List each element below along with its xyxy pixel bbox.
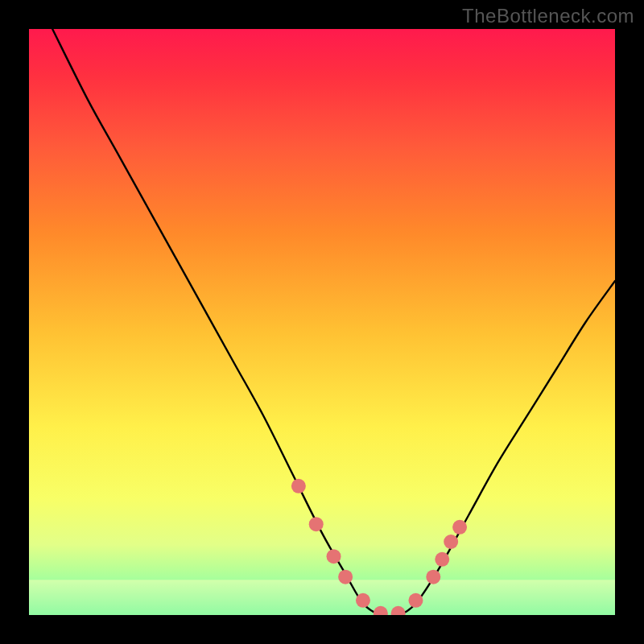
highlight-dot — [327, 549, 341, 564]
plot-area — [29, 29, 615, 615]
highlight-dot — [426, 570, 440, 584]
highlight-dot — [291, 479, 306, 493]
chart-svg — [29, 29, 615, 615]
bottleneck-curve — [52, 29, 615, 615]
highlight-dot — [435, 552, 449, 567]
highlight-dot — [408, 593, 423, 608]
highlight-dot — [452, 520, 467, 535]
highlight-dot — [444, 535, 458, 549]
highlight-dot — [356, 593, 370, 608]
attribution-text: TheBottleneck.com — [462, 5, 634, 27]
highlight-dot — [309, 517, 324, 531]
highlight-dot — [338, 570, 353, 584]
chart-container: TheBottleneck.com — [0, 0, 644, 644]
bottom-haze-band — [29, 580, 615, 615]
